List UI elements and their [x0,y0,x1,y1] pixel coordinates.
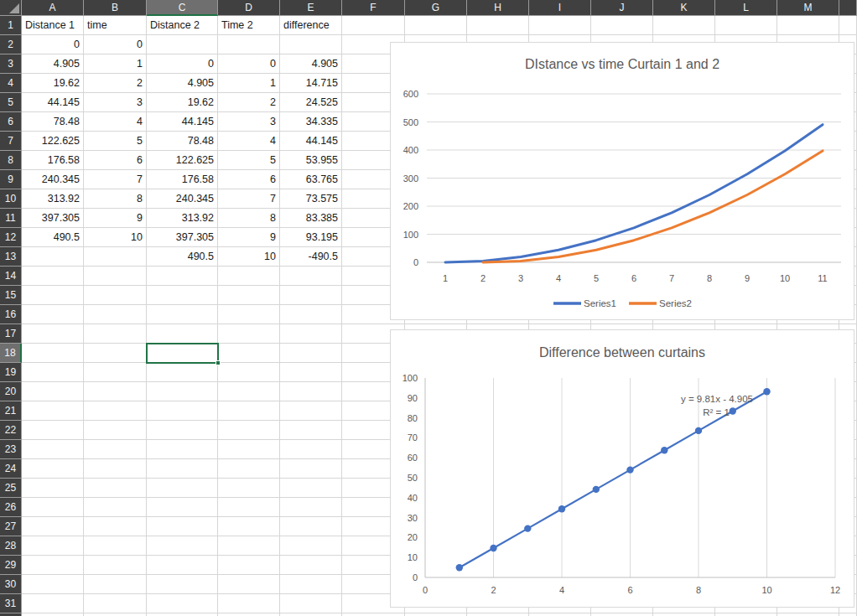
cell-E30[interactable] [280,575,342,594]
cell-C27[interactable] [147,517,218,536]
select-all-corner[interactable] [0,0,22,16]
cell-B18[interactable] [84,344,147,363]
cell-E20[interactable] [280,382,342,401]
cell-A22[interactable] [22,421,84,440]
cell-F1[interactable] [342,16,405,35]
cell-C26[interactable] [147,498,218,517]
cell-B22[interactable] [84,421,147,440]
cell-E7[interactable]: 44.145 [280,132,342,151]
data-point[interactable] [593,486,600,493]
cell-D14[interactable] [218,267,280,286]
data-point[interactable] [558,505,565,512]
cell-C23[interactable] [147,440,218,459]
row-header-14[interactable]: 14 [0,267,22,286]
cell-D31[interactable] [218,594,280,613]
cell-A21[interactable] [22,401,84,421]
cell-C25[interactable] [147,479,218,498]
cell-A23[interactable] [22,440,84,459]
row-header-4[interactable]: 4 [0,74,22,93]
cell-D20[interactable] [218,382,280,401]
cell-A31[interactable] [22,594,84,613]
cell-D18[interactable] [218,344,280,363]
cell-B8[interactable]: 6 [84,151,147,170]
cell-A3[interactable]: 4.905 [22,54,84,74]
row-header-27[interactable]: 27 [0,517,22,536]
cell-E21[interactable] [280,401,342,421]
cell-D3[interactable]: 0 [218,54,280,74]
row-header-7[interactable]: 7 [0,132,22,151]
cell-C12[interactable]: 397.305 [147,228,218,247]
cell-C31[interactable] [147,594,218,613]
cell-D15[interactable] [218,286,280,305]
cell-B5[interactable]: 3 [84,93,147,112]
cell-A13[interactable] [22,247,84,267]
cell-B3[interactable]: 1 [84,54,147,74]
chart-difference-between-curtains[interactable]: Difference between curtains0246810120102… [390,329,854,608]
cell-A29[interactable] [22,556,84,575]
cell-A28[interactable] [22,536,84,556]
data-point[interactable] [490,545,496,551]
cell-E26[interactable] [280,498,342,517]
cell-E19[interactable] [280,363,342,382]
cell-D23[interactable] [218,440,280,459]
cell-B25[interactable] [84,479,147,498]
cell-E14[interactable] [280,267,342,286]
row-header-19[interactable]: 19 [0,363,22,382]
row-header-31[interactable]: 31 [0,594,22,613]
row-header-16[interactable]: 16 [0,305,22,324]
row-header-6[interactable]: 6 [0,112,22,132]
cell-A25[interactable] [22,479,84,498]
cell-G1[interactable] [405,16,467,35]
cell-C5[interactable]: 19.62 [147,93,218,112]
cell-A9[interactable]: 240.345 [22,170,84,189]
cell-I1[interactable] [529,16,591,35]
cell-E29[interactable] [280,556,342,575]
cell-D28[interactable] [218,536,280,556]
column-header-M[interactable]: M [777,0,839,16]
cell-A26[interactable] [22,498,84,517]
cell-E25[interactable] [280,479,342,498]
row-header-13[interactable]: 13 [0,247,22,267]
cell-A16[interactable] [22,305,84,324]
cell-B2[interactable]: 0 [84,35,147,54]
row-header-10[interactable]: 10 [0,189,22,209]
cell-C22[interactable] [147,421,218,440]
cell-B14[interactable] [84,267,147,286]
cell-A4[interactable]: 19.62 [22,74,84,93]
cell-E16[interactable] [280,305,342,324]
row-header-8[interactable]: 8 [0,151,22,170]
row-header-22[interactable]: 22 [0,421,22,440]
cell-C8[interactable]: 122.625 [147,151,218,170]
cell-A15[interactable] [22,286,84,305]
cell-C10[interactable]: 240.345 [147,189,218,209]
cell-B12[interactable]: 10 [84,228,147,247]
row-header-18[interactable]: 18 [0,344,22,363]
cell-E17[interactable] [280,324,342,344]
row-header-20[interactable]: 20 [0,382,22,401]
cell-C7[interactable]: 78.48 [147,132,218,151]
cell-E9[interactable]: 63.765 [280,170,342,189]
cell-D17[interactable] [218,324,280,344]
chart-distance-vs-time[interactable]: DIstance vs time Curtain 1 and 201002003… [390,42,854,320]
cell-C19[interactable] [147,363,218,382]
column-header-B[interactable]: B [84,0,147,16]
cell-B15[interactable] [84,286,147,305]
cell-A19[interactable] [22,363,84,382]
cell-D11[interactable]: 8 [218,209,280,228]
cell-C28[interactable] [147,536,218,556]
cell-H1[interactable] [467,16,529,35]
cell-E22[interactable] [280,421,342,440]
cell-E24[interactable] [280,459,342,479]
cell-B17[interactable] [84,324,147,344]
cell-C9[interactable]: 176.58 [147,170,218,189]
cell-A5[interactable]: 44.145 [22,93,84,112]
cell-B6[interactable]: 4 [84,112,147,132]
cell-M1[interactable] [777,16,839,35]
cell-D13[interactable]: 10 [218,247,280,267]
row-header-11[interactable]: 11 [0,209,22,228]
cell-C14[interactable] [147,267,218,286]
cell-E2[interactable] [280,35,342,54]
row-header-1[interactable]: 1 [0,16,22,35]
cell-E3[interactable]: 4.905 [280,54,342,74]
data-point[interactable] [730,407,736,414]
